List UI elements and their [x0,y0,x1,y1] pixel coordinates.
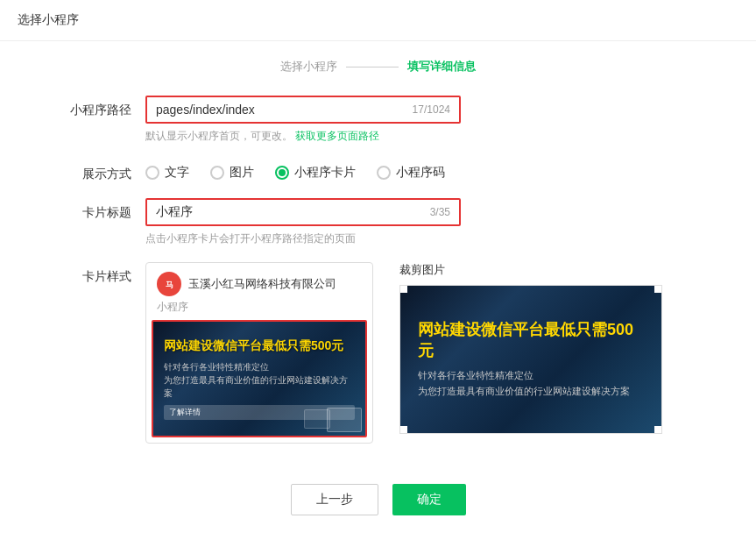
card-title-hint: 点击小程序卡片会打开小程序路径指定的页面 [145,231,703,246]
crop-image: 网站建设微信平台最低只需500元 针对各行各业特性精准定位为您打造最具有商业价值… [399,285,662,434]
card-company: 玉溪小红马网络科技有限公司 [188,276,336,292]
path-content: 17/1024 默认显示小程序首页，可更改。 获取更多页面路径 [145,96,703,144]
page-title: 选择小程序 [0,0,756,41]
path-hint: 默认显示小程序首页，可更改。 获取更多页面路径 [145,129,703,144]
path-row: 小程序路径 17/1024 默认显示小程序首页，可更改。 获取更多页面路径 [53,96,703,144]
radio-group: 文字 图片 小程序卡片 小程序码 [145,160,703,181]
radio-circle-qrcode [377,166,391,180]
crop-title: 网站建设微信平台最低只需500元 [418,319,644,361]
radio-circle-card [275,166,289,180]
card-sub: 小程序 [146,300,372,320]
radio-circle-image [210,166,224,180]
radio-qrcode-label: 小程序码 [396,165,445,181]
radio-card-label: 小程序卡片 [294,165,356,181]
form-body: 小程序路径 17/1024 默认显示小程序首页，可更改。 获取更多页面路径 展示… [0,96,756,444]
back-button[interactable]: 上一步 [291,484,378,515]
card-image: 网站建设微信平台最低只需500元 针对各行各业特性精准定位为您打造最具有商业价值… [153,322,365,436]
radio-text-label: 文字 [165,165,189,181]
card-preview-area: 马 玉溪小红马网络科技有限公司 小程序 网站建设微信平台最低只需500元 针对各… [145,262,703,444]
step1-label: 选择小程序 [280,59,337,75]
crop-label: 裁剪图片 [399,262,703,278]
crop-corner-tr [654,286,661,293]
crop-corner-tl [400,286,407,293]
crop-corner-br [654,426,661,433]
card-preview: 马 玉溪小红马网络科技有限公司 小程序 网站建设微信平台最低只需500元 针对各… [145,262,373,444]
path-label: 小程序路径 [53,96,131,118]
card-style-row: 卡片样式 马 玉溪小红马网络科技有限公司 小程序 [53,262,703,444]
footer-buttons: 上一步 确定 [0,459,756,533]
step-divider [346,67,399,67]
radio-card[interactable]: 小程序卡片 [275,165,356,181]
display-row: 展示方式 文字 图片 小程序卡片 小程序码 [53,160,703,182]
svg-text:马: 马 [166,281,173,289]
radio-image-label: 图片 [230,165,254,181]
path-input[interactable] [156,103,406,117]
card-style-label: 卡片样式 [53,262,131,285]
card-style-content: 马 玉溪小红马网络科技有限公司 小程序 网站建设微信平台最低只需500元 针对各… [145,262,703,444]
path-hint-link[interactable]: 获取更多页面路径 [295,130,379,142]
card-title-input-box[interactable]: 3/35 [145,198,461,226]
crop-corner-bl [400,426,407,433]
card-title-row: 卡片标题 3/35 点击小程序卡片会打开小程序路径指定的页面 [53,198,703,246]
card-logo: 马 [157,272,181,296]
card-header: 马 玉溪小红马网络科技有限公司 [146,263,372,300]
confirm-button[interactable]: 确定 [392,484,466,515]
monitor-deco [300,388,362,432]
radio-text[interactable]: 文字 [145,165,189,181]
radio-circle-text [145,166,159,180]
crop-desc: 针对各行各业特性精准定位为您打造最具有商业价值的行业网站建设解决方案 [418,368,644,399]
card-title-counter: 3/35 [430,206,450,218]
path-counter: 17/1024 [413,103,450,116]
crop-area: 裁剪图片 网站建设微信平台最低只需500元 针对各行各业特性精准定位为您打造最具… [399,262,703,434]
card-title-input[interactable] [156,205,423,219]
step2-label: 填写详细信息 [407,59,476,75]
path-input-box[interactable]: 17/1024 [145,96,461,124]
card-image-title: 网站建设微信平台最低只需500元 [164,337,355,355]
steps-bar: 选择小程序 填写详细信息 [0,41,756,96]
card-title-label: 卡片标题 [53,198,131,221]
radio-qrcode[interactable]: 小程序码 [377,165,445,181]
card-image-wrapper: 网站建设微信平台最低只需500元 针对各行各业特性精准定位为您打造最具有商业价值… [152,320,367,437]
display-content: 文字 图片 小程序卡片 小程序码 [145,160,703,181]
radio-image[interactable]: 图片 [210,165,254,181]
card-title-content: 3/35 点击小程序卡片会打开小程序路径指定的页面 [145,198,703,246]
display-label: 展示方式 [53,160,131,182]
